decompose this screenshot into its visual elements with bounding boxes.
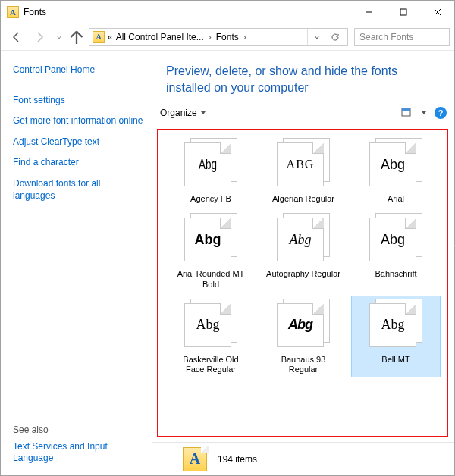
close-button[interactable] [420,1,454,23]
font-sample: Abg [288,317,312,333]
toolbar: Organize ? [152,102,454,124]
location-icon: A [93,31,105,43]
sidebar-link-find-char[interactable]: Find a character [13,154,143,172]
organize-button[interactable]: Organize [160,108,206,118]
font-thumbnail: Abg [366,213,425,266]
body: Control Panel Home Font settings Get mor… [1,51,454,475]
font-item[interactable]: AbgBahnschrift [351,210,441,292]
view-options-button[interactable] [401,106,413,121]
font-sample: Abg [381,317,405,333]
titlebar: A Fonts [1,1,454,23]
font-grid: AbgAgency FBABGAlgerian RegularAbgArialA… [158,130,448,380]
chevron-right-icon[interactable]: › [207,32,213,42]
history-dropdown[interactable] [54,34,64,40]
font-thumbnail: Abg [366,299,425,352]
back-button[interactable] [5,27,27,48]
font-label: Arial [388,194,404,204]
font-sample: Abg [290,232,312,248]
help-icon[interactable]: ? [435,107,447,119]
font-thumbnail: Abg [366,138,425,191]
font-item[interactable]: AbgBell MT [351,296,441,377]
font-label: Bauhaus 93 Regular [265,355,341,374]
address-dropdown[interactable] [308,29,326,45]
up-button[interactable] [67,28,86,46]
font-item[interactable]: AbgBauhaus 93 Regular [259,296,348,377]
font-sample: Abg [195,232,221,248]
chevron-right-icon[interactable]: › [242,32,248,42]
fonts-folder-icon: A [183,447,207,471]
search-input[interactable]: Search Fonts [354,28,450,46]
font-label: Bell MT [381,355,410,365]
font-item[interactable]: AbgBaskerville Old Face Regular [166,296,256,377]
crumb-prefix: « [108,32,113,42]
forward-button[interactable] [30,27,51,48]
font-grid-area: AbgAgency FBABGAlgerian RegularAbgArialA… [152,124,454,442]
app-icon: A [7,6,19,18]
window-title: Fonts [24,7,46,17]
item-count: 194 items [218,454,257,465]
font-label: Arial Rounded MT Bold [173,269,249,289]
font-sample: Abg [196,317,220,333]
chevron-down-icon [200,110,206,116]
font-label: Algerian Regular [272,194,334,204]
maximize-button[interactable] [386,1,420,23]
refresh-button[interactable] [326,29,344,45]
see-also-link[interactable]: Text Services and Input Language [13,438,143,468]
font-item[interactable]: AbgAutography Regular [259,210,348,292]
page-heading: Preview, delete, or show and hide the fo… [152,51,454,102]
font-sample: Abg [381,232,405,248]
font-label: Bahnschrift [375,269,416,279]
svg-rect-1 [400,9,406,15]
svg-rect-5 [402,108,410,111]
breadcrumb-2[interactable]: Fonts [216,32,239,42]
status-bar: A 194 items [152,442,454,475]
font-item[interactable]: AbgArial Rounded MT Bold [166,210,256,292]
font-sample: ABG [287,158,315,171]
navbar: A « All Control Panel Ite... › Fonts › S… [1,23,454,51]
font-thumbnail: Abg [274,213,333,266]
font-thumbnail: Abg [181,138,240,191]
font-item[interactable]: AbgAgency FB [166,135,256,207]
font-label: Agency FB [190,194,231,204]
font-thumbnail: Abg [181,213,240,266]
font-thumbnail: Abg [274,299,333,352]
organize-label: Organize [160,108,197,118]
sidebar-link-cleartype[interactable]: Adjust ClearType text [13,133,143,152]
address-bar[interactable]: A « All Control Panel Ite... › Fonts › [89,28,348,46]
main-panel: Preview, delete, or show and hide the fo… [152,51,454,475]
font-item[interactable]: ABGAlgerian Regular [259,135,348,207]
font-label: Autography Regular [266,269,340,279]
sidebar: Control Panel Home Font settings Get mor… [1,51,152,475]
see-also-label: See also [13,409,143,435]
chevron-down-icon[interactable] [421,110,427,116]
font-item[interactable]: AbgArial [351,135,441,207]
sidebar-link-font-info[interactable]: Get more font information online [13,112,143,130]
cp-home-link[interactable]: Control Panel Home [13,61,143,80]
font-thumbnail: Abg [181,299,240,352]
font-thumbnail: ABG [274,138,333,191]
sidebar-link-font-settings[interactable]: Font settings [13,92,143,110]
window: A Fonts A « All Control Panel Ite... › F… [0,0,455,476]
font-sample: Abg [381,157,405,173]
sidebar-link-download-fonts[interactable]: Download fonts for all languages [13,175,143,205]
breadcrumb-1[interactable]: All Control Panel Ite... [116,32,204,42]
font-label: Baskerville Old Face Regular [173,355,249,374]
minimize-button[interactable] [352,1,386,23]
font-sample: Abg [199,157,217,173]
